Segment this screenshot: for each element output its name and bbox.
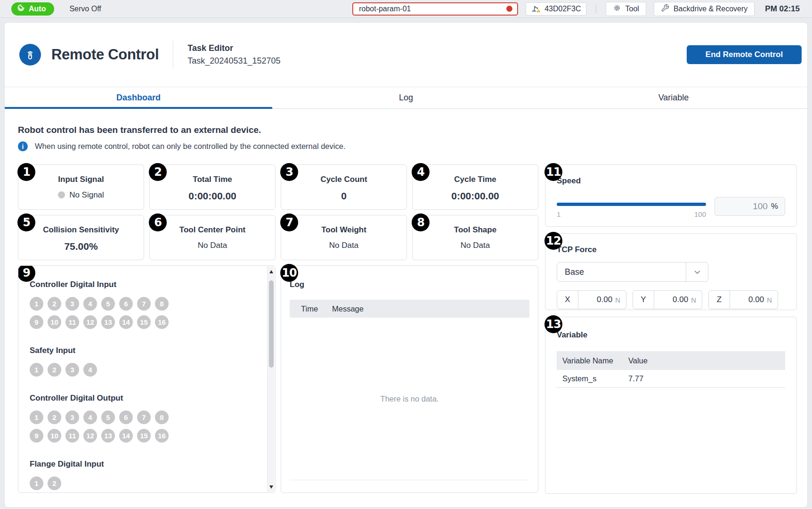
frame-dropdown[interactable]: Base [557,262,708,282]
io-section-title: Controller Digital Output [30,394,254,403]
callout-badge-3: 3 [280,163,298,181]
speed-slider-fill [557,203,706,206]
dashboard-content: Robot control has been transferred to an… [5,109,807,494]
app-header: Remote Control Task Editor Task_20240531… [5,23,807,87]
speed-value-input[interactable]: 100 % [715,197,785,216]
tab-variable[interactable]: Variable [540,87,807,108]
io-scrollbar[interactable] [267,266,275,492]
speed-slider-labels: 1 100 [557,210,706,218]
info-text: When using remote control, robot can onl… [35,142,345,151]
tab-dashboard[interactable]: Dashboard [5,87,272,108]
io-indicator-13: 13 [101,315,115,329]
io-indicator-2: 2 [48,363,61,377]
card-input-signal: 1 Input Signal No Signal [18,164,144,210]
panel-tcp-force: 12 TCP Force Base X [545,233,797,310]
scroll-down-button[interactable] [268,483,275,491]
stat-title: Input Signal [18,175,144,184]
stat-title: Total Time [150,175,275,184]
callout-badge-9: 9 [18,265,35,282]
card-digital-io: 9 Controller Digital Input 1234567891011… [18,265,276,493]
tab-log[interactable]: Log [272,87,540,108]
io-section-title: Safety Input [30,346,254,355]
stat-value: 75.00% [18,241,144,252]
io-indicator-9: 9 [30,429,43,443]
robot-param-value: robot-param-01 [359,5,411,13]
variable-value-cell: 7.77 [628,374,643,383]
axis-x-value: 0.00 N [578,290,626,309]
log-footer-divider [290,480,529,480]
io-grid-controller-digital-output: 12345678910111213141516 [30,410,171,443]
callout-badge-8: 8 [412,213,430,231]
io-indicator-2: 2 [48,476,61,490]
backdrive-recovery-button[interactable]: Backdrive & Recovery [654,2,755,16]
stat-value: No Data [150,241,275,250]
auto-mode-swirl-icon [17,4,25,14]
speed-slider-group: 1 100 [557,197,706,218]
io-indicator-16: 16 [155,429,169,443]
stat-title: Cycle Time [413,175,538,184]
tab-bar: Dashboard Log Variable [5,87,807,109]
io-indicator-14: 14 [119,429,133,443]
robot-param-input[interactable]: robot-param-01 [352,2,518,16]
io-indicator-3: 3 [65,363,79,377]
io-grid-flange-digital-input: 12 [30,476,171,490]
callout-badge-1: 1 [17,163,35,181]
io-indicator-9: 9 [30,315,43,329]
log-table-header: Time Message [290,300,529,318]
callout-badge-7: 7 [280,213,298,231]
callout-badge-4: 4 [412,163,430,181]
card-tool-weight: 7 Tool Weight No Data [281,215,407,260]
variable-col-value: Value [628,356,648,365]
speed-slider[interactable] [557,203,706,206]
callout-badge-2: 2 [149,163,167,181]
io-indicator-15: 15 [137,315,151,329]
callout-badge-11: 11 [544,163,562,181]
topbar: Auto Servo Off robot-param-01 43D02F3C [0,0,812,18]
chevron-down-icon [686,263,708,281]
io-indicator-14: 14 [119,315,133,329]
stat-title: Tool Weight [281,225,406,235]
wrench-icon [661,4,669,14]
axis-y: Y 0.00 N [633,290,702,309]
slider-min-label: 1 [557,210,560,218]
axis-x: X 0.00 N [557,290,626,309]
topbar-divider [596,5,596,13]
mode-badge-auto[interactable]: Auto [11,2,54,16]
io-indicator-10: 10 [48,315,61,329]
io-indicator-6: 6 [119,410,133,424]
end-remote-control-button[interactable]: End Remote Control [687,45,802,64]
io-indicator-10: 10 [48,429,61,443]
percent-sign: % [771,202,778,211]
log-empty-state: There is no data. [290,318,529,480]
panel-variable: 13 Variable Variable Name Value System_s… [545,317,797,494]
io-indicator-1: 1 [30,410,43,424]
callout-badge-13: 13 [544,315,562,333]
card-tool-shape: 8 Tool Shape No Data [412,215,538,260]
panel-speed: 11 Speed 1 100 100 % [545,164,797,227]
io-indicator-5: 5 [101,297,115,311]
scroll-up-button[interactable] [268,268,275,275]
triangle-down-icon [269,485,273,489]
stat-value: No Data [281,241,406,250]
variable-col-name: Variable Name [562,356,628,365]
io-indicator-6: 6 [119,297,133,311]
gear-icon [613,4,621,14]
task-block: Task Editor Task_20240531_152705 [187,43,280,66]
axis-z-value: 0.00 N [730,290,778,309]
callout-badge-6: 6 [149,213,167,231]
speed-title: Speed [557,176,785,186]
scrollbar-thumb[interactable] [269,280,274,368]
log-title: Log [290,280,529,289]
tool-button-label: Tool [625,5,639,13]
app-title: Remote Control [51,46,159,63]
variable-row: System_s 7.77 [557,370,785,388]
io-grid-safety-input: 1234 [30,363,171,377]
tool-button[interactable]: Tool [606,2,646,16]
io-indicator-1: 1 [30,363,43,377]
remote-icon [24,48,37,61]
clock: PM 02:15 [765,4,800,14]
triangle-up-icon [269,270,273,273]
callout-badge-10: 10 [280,264,298,282]
robot-id-chip[interactable]: 43D02F3C [526,2,586,16]
io-indicator-8: 8 [155,410,169,424]
